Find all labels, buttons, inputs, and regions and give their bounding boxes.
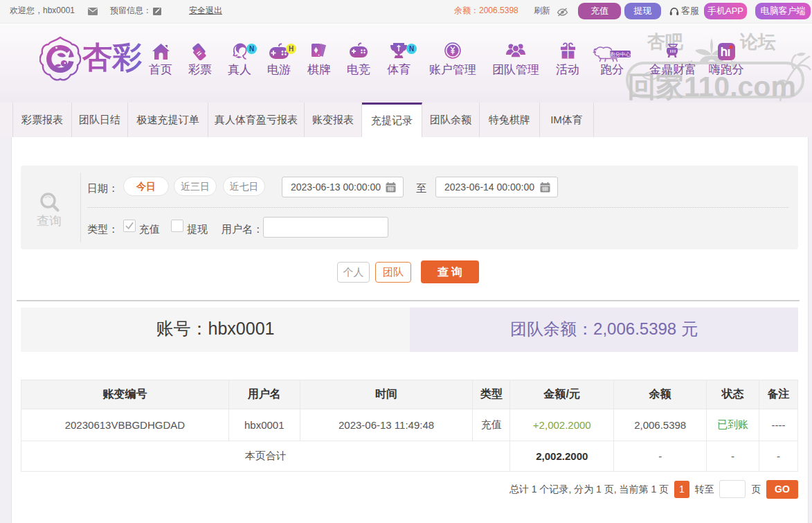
svg-text:跑分中心: 跑分中心 xyxy=(610,51,631,57)
